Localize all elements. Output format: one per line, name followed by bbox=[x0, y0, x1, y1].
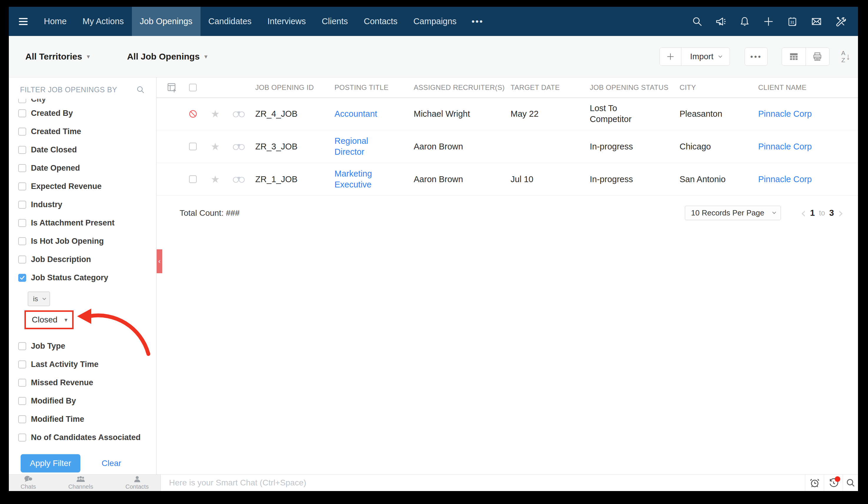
column-header-target-date[interactable]: TARGET DATE bbox=[504, 83, 583, 92]
checkbox[interactable] bbox=[18, 219, 26, 227]
checkbox[interactable] bbox=[18, 255, 26, 263]
nav-more-icon[interactable]: ••• bbox=[465, 7, 491, 36]
checkbox[interactable] bbox=[18, 128, 26, 135]
checkbox-checked[interactable] bbox=[18, 274, 26, 282]
hamburger-menu-icon[interactable] bbox=[19, 7, 28, 36]
binoculars-preview-icon[interactable] bbox=[232, 109, 245, 118]
checkbox[interactable] bbox=[18, 397, 26, 405]
column-header-posting-title[interactable]: POSTING TITLE bbox=[328, 83, 407, 92]
create-record-button[interactable] bbox=[660, 48, 681, 65]
recent-chats-button[interactable] bbox=[824, 475, 843, 491]
filter-item-job-status-category[interactable]: Job Status Category bbox=[9, 273, 156, 283]
checkbox[interactable] bbox=[18, 361, 26, 369]
prev-page-icon[interactable]: ‹ bbox=[801, 206, 806, 220]
star-icon[interactable]: ★ bbox=[211, 174, 220, 184]
add-plus-icon[interactable] bbox=[763, 16, 774, 27]
cell-client-link[interactable]: Pinnacle Corp bbox=[758, 174, 812, 184]
checkbox[interactable] bbox=[18, 201, 26, 209]
reminder-button[interactable] bbox=[805, 475, 824, 491]
filter-item-no-of-candidates-associated[interactable]: No of Candidates Associated bbox=[9, 432, 156, 442]
checkbox[interactable] bbox=[18, 415, 26, 423]
checkbox[interactable] bbox=[18, 99, 26, 103]
binoculars-preview-icon[interactable] bbox=[232, 175, 245, 184]
filter-search-icon[interactable] bbox=[136, 85, 145, 94]
filter-item-expected-revenue[interactable]: Expected Revenue bbox=[9, 181, 156, 191]
filter-item-date-opened[interactable]: Date Opened bbox=[9, 163, 156, 173]
cell-client-link[interactable]: Pinnacle Corp bbox=[758, 109, 812, 119]
chat-tab-channels[interactable]: Channels bbox=[68, 475, 93, 491]
column-header-city[interactable]: CITY bbox=[673, 83, 752, 92]
filter-item-industry[interactable]: Industry bbox=[9, 200, 156, 210]
next-page-icon[interactable]: › bbox=[838, 206, 843, 220]
records-per-page-dropdown[interactable]: 10 Records Per Page bbox=[685, 206, 781, 220]
checkbox[interactable] bbox=[18, 164, 26, 172]
checkbox[interactable] bbox=[18, 109, 26, 117]
table-row[interactable]: ★ ZR_3_JOB Regional Director Aaron Brown… bbox=[157, 130, 858, 163]
mail-icon[interactable] bbox=[810, 16, 823, 27]
column-header-job-opening-status[interactable]: JOB OPENING STATUS bbox=[583, 83, 673, 92]
column-header-job-opening-id[interactable]: JOB OPENING ID bbox=[249, 83, 328, 92]
table-row[interactable]: ★ ZR_1_JOB Marketing Executive Aaron Bro… bbox=[157, 163, 858, 196]
row-checkbox[interactable] bbox=[189, 143, 197, 150]
add-column-icon[interactable] bbox=[167, 82, 177, 93]
condition-value-dropdown-highlighted[interactable]: Closed ▾ bbox=[24, 310, 74, 329]
filter-item-created-time[interactable]: Created Time bbox=[9, 127, 156, 137]
smart-chat-input[interactable] bbox=[161, 475, 805, 491]
import-button[interactable]: Import bbox=[681, 48, 730, 65]
checkbox[interactable] bbox=[18, 342, 26, 350]
view-dropdown[interactable]: All Job Openings ▾ bbox=[127, 52, 207, 62]
apply-filter-button[interactable]: Apply Filter bbox=[21, 454, 80, 473]
star-icon[interactable]: ★ bbox=[211, 109, 220, 119]
territory-dropdown[interactable]: All Territories ▾ bbox=[25, 52, 90, 62]
condition-operator-dropdown[interactable]: is bbox=[28, 292, 50, 306]
filter-item-job-type[interactable]: Job Type bbox=[9, 341, 156, 351]
filter-item-modified-by[interactable]: Modified By bbox=[9, 396, 156, 406]
select-all-checkbox[interactable] bbox=[189, 84, 197, 91]
filter-item-modified-time[interactable]: Modified Time bbox=[9, 414, 156, 424]
checkbox[interactable] bbox=[18, 237, 26, 245]
sidebar-collapse-handle[interactable]: ‹ bbox=[157, 249, 162, 273]
chat-search-button[interactable] bbox=[843, 475, 858, 491]
nav-item-campaigns[interactable]: Campaigns bbox=[405, 7, 465, 36]
print-button[interactable] bbox=[806, 48, 829, 65]
more-actions-button[interactable]: ••• bbox=[745, 48, 767, 65]
calendar-icon[interactable]: 31 bbox=[787, 16, 798, 27]
clear-filter-link[interactable]: Clear bbox=[102, 458, 121, 468]
checkbox[interactable] bbox=[18, 182, 26, 190]
chat-tab-contacts[interactable]: Contacts bbox=[125, 475, 149, 491]
column-header-assigned-recruiters[interactable]: ASSIGNED RECRUITER(S) bbox=[407, 83, 504, 92]
sort-az-icon[interactable]: AZ ↓ bbox=[841, 50, 850, 64]
table-view-button[interactable] bbox=[782, 48, 806, 65]
nav-item-contacts[interactable]: Contacts bbox=[356, 7, 405, 36]
table-row[interactable]: ★ ZR_4_JOB Accountant Michael Wright May… bbox=[157, 98, 858, 130]
cell-posting-title-link[interactable]: Marketing Executive bbox=[334, 168, 386, 190]
chat-tab-chats[interactable]: Chats bbox=[21, 475, 36, 491]
notifications-bell-icon[interactable] bbox=[739, 16, 750, 27]
filter-item-missed-revenue[interactable]: Missed Revenue bbox=[9, 377, 156, 387]
filter-item-is-hot-job-opening[interactable]: Is Hot Job Opening bbox=[9, 236, 156, 246]
nav-item-my-actions[interactable]: My Actions bbox=[74, 7, 132, 36]
checkbox[interactable] bbox=[18, 379, 26, 387]
row-checkbox[interactable] bbox=[189, 175, 197, 183]
nav-item-clients[interactable]: Clients bbox=[314, 7, 356, 36]
setup-tools-icon[interactable] bbox=[835, 16, 846, 27]
filter-item-date-closed[interactable]: Date Closed bbox=[9, 145, 156, 155]
checkbox[interactable] bbox=[18, 434, 26, 442]
binoculars-preview-icon[interactable] bbox=[232, 142, 245, 151]
nav-item-home[interactable]: Home bbox=[36, 7, 74, 36]
nav-item-candidates[interactable]: Candidates bbox=[200, 7, 260, 36]
checkbox[interactable] bbox=[18, 146, 26, 154]
star-icon[interactable]: ★ bbox=[211, 141, 220, 151]
cell-posting-title-link[interactable]: Regional Director bbox=[334, 135, 386, 158]
filter-item-created-by[interactable]: Created By bbox=[9, 108, 156, 118]
cell-posting-title-link[interactable]: Accountant bbox=[334, 109, 377, 119]
filter-item-last-activity-time[interactable]: Last Activity Time bbox=[9, 359, 156, 369]
announcement-icon[interactable] bbox=[715, 16, 726, 27]
cell-client-link[interactable]: Pinnacle Corp bbox=[758, 142, 812, 151]
filter-item-is-attachment-present[interactable]: Is Attachment Present bbox=[9, 218, 156, 228]
nav-item-job-openings[interactable]: Job Openings bbox=[132, 7, 200, 36]
nav-item-interviews[interactable]: Interviews bbox=[259, 7, 314, 36]
search-icon[interactable] bbox=[692, 16, 703, 27]
filter-item-job-description[interactable]: Job Description bbox=[9, 254, 156, 264]
column-header-client-name[interactable]: CLIENT NAME bbox=[752, 83, 858, 92]
